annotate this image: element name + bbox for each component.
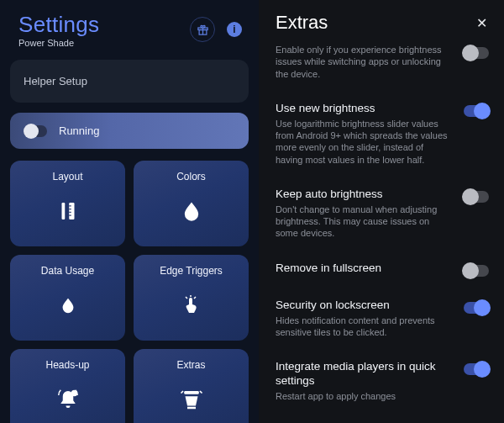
tile-edge-triggers[interactable]: Edge Triggers xyxy=(134,255,249,341)
setting-desc: Hides notification content and prevents … xyxy=(276,315,450,339)
setting-item-roboto-font[interactable]: Use Roboto font Restart app to apply cha… xyxy=(276,413,501,423)
setting-desc: Use logarithmic brightness slider values… xyxy=(276,118,450,166)
toggle-media-players[interactable] xyxy=(464,363,489,375)
setting-desc: Restart app to apply changes xyxy=(276,390,450,402)
close-icon: ✕ xyxy=(476,16,487,30)
svg-rect-2 xyxy=(61,203,65,219)
drop-icon xyxy=(180,193,203,230)
toggle-auto-brightness[interactable] xyxy=(464,191,489,203)
setting-item-security-lockscreen[interactable]: Security on lockscreen Hides notificatio… xyxy=(276,288,501,349)
helper-setup-label: Helper Setup xyxy=(24,75,87,87)
extras-list[interactable]: Enable only if you experience brightness… xyxy=(259,44,504,423)
setting-item-new-brightness[interactable]: Use new brightness Use logarithmic brigh… xyxy=(276,91,501,177)
tile-data-usage[interactable]: Data Usage xyxy=(10,255,125,341)
setting-item-remove-fullscreen[interactable]: Remove in fullscreen xyxy=(276,251,501,288)
tile-extras[interactable]: Extras xyxy=(134,349,249,423)
tile-heads-up[interactable]: Heads-up xyxy=(10,349,125,423)
extras-panel: Extras ✕ Enable only if you experience b… xyxy=(259,0,504,423)
running-label: Running xyxy=(59,124,99,137)
settings-header: Settings Power Shade xyxy=(18,13,99,48)
page-subtitle: Power Shade xyxy=(18,38,99,48)
tiles-grid: Layout Colors Data Usage Edge Triggers H… xyxy=(10,161,249,423)
tile-label: Data Usage xyxy=(41,265,94,277)
info-button[interactable]: i xyxy=(227,22,242,37)
gift-icon xyxy=(197,24,209,36)
info-icon: i xyxy=(233,24,235,35)
svg-rect-5 xyxy=(184,391,199,394)
page-title: Settings xyxy=(18,13,99,36)
tile-label: Edge Triggers xyxy=(160,265,223,277)
toggle-security-lockscreen[interactable] xyxy=(464,302,489,314)
tile-layout[interactable]: Layout xyxy=(10,161,125,246)
helper-setup-card[interactable]: Helper Setup xyxy=(10,60,249,103)
setting-item-partial[interactable]: Enable only if you experience brightness… xyxy=(276,44,501,91)
bell-alert-icon xyxy=(55,381,81,418)
extras-icon xyxy=(179,381,204,418)
setting-desc: Don't change to manual when adjusting br… xyxy=(276,204,450,240)
toggle-partial[interactable] xyxy=(464,47,489,59)
tile-label: Layout xyxy=(52,171,82,182)
setting-item-media-players[interactable]: Integrate media players in quick setting… xyxy=(276,349,501,413)
gesture-icon xyxy=(181,287,202,324)
setting-item-auto-brightness[interactable]: Keep auto brightness Don't change to man… xyxy=(276,177,501,251)
ruler-icon xyxy=(55,193,81,230)
tile-label: Colors xyxy=(176,171,206,182)
gift-button[interactable] xyxy=(190,17,215,42)
setting-title: Integrate media players in quick setting… xyxy=(276,360,450,389)
setting-title: Keep auto brightness xyxy=(276,188,450,202)
settings-panel: Settings Power Shade i Helper Setup Runn… xyxy=(0,0,259,423)
setting-title: Remove in fullscreen xyxy=(276,262,450,276)
tile-colors[interactable]: Colors xyxy=(134,161,249,246)
running-toggle[interactable] xyxy=(24,125,47,137)
toggle-new-brightness[interactable] xyxy=(464,105,489,117)
close-button[interactable]: ✕ xyxy=(476,15,487,31)
setting-desc: Enable only if you experience brightness… xyxy=(276,44,450,80)
tile-label: Heads-up xyxy=(45,359,89,371)
drop-small-icon xyxy=(59,287,77,324)
toggle-remove-fullscreen[interactable] xyxy=(464,265,489,277)
extras-title: Extras xyxy=(276,12,328,34)
tile-label: Extras xyxy=(176,359,205,371)
setting-title: Use new brightness xyxy=(276,102,450,116)
svg-rect-3 xyxy=(69,203,74,219)
setting-title: Security on lockscreen xyxy=(276,299,450,313)
running-card[interactable]: Running xyxy=(10,113,249,149)
